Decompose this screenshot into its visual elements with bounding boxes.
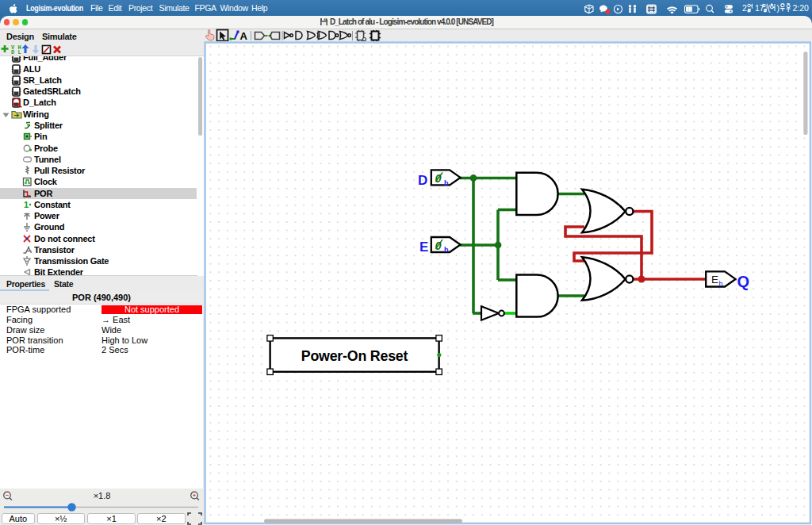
svg-text:2:20: 2:20 bbox=[793, 3, 810, 13]
svg-text:): ) bbox=[777, 3, 780, 13]
svg-text:D: D bbox=[418, 173, 427, 188]
svg-text:Power-On Reset: Power-On Reset bbox=[301, 348, 408, 364]
svg-text:E: E bbox=[711, 274, 718, 285]
svg-text:A: A bbox=[240, 30, 248, 42]
svg-text:b: b bbox=[719, 280, 723, 288]
svg-text:1: 1 bbox=[24, 200, 29, 209]
svg-text:Q: Q bbox=[737, 273, 750, 290]
svg-text:2: 2 bbox=[742, 3, 747, 13]
svg-text:b: b bbox=[444, 246, 449, 254]
svg-text:E: E bbox=[419, 240, 428, 255]
svg-text:b: b bbox=[444, 179, 449, 187]
svg-text:D L: D L bbox=[11, 49, 21, 55]
